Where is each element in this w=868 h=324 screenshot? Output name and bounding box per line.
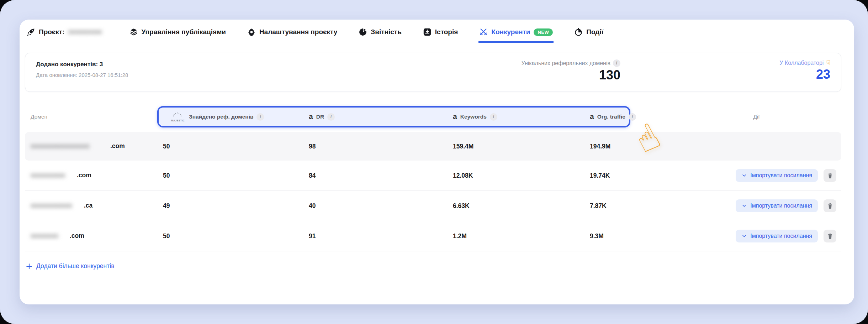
org-traffic-label: Org. traffic — [597, 114, 625, 120]
top-navigation: Проєкт: xxxxxxxxx Управління публікаціям… — [26, 26, 604, 42]
ref-domains-cell: 50 — [157, 232, 303, 240]
nav-competitors[interactable]: Конкуренти NEW — [478, 26, 554, 43]
import-links-label: Імпортувати посилання — [750, 172, 812, 179]
column-header-found-ref[interactable]: MAJESTIC Знайдено реф. доменів i — [157, 112, 303, 122]
actions-cell: Імпортувати посилання — [672, 230, 841, 242]
keywords-cell: 1.2M — [447, 232, 584, 240]
domain-cell: xxxxxxxxxxxxxxxxx.com — [25, 142, 157, 150]
domain-cell: xxxxxxxx.com — [25, 232, 157, 240]
nav-events[interactable]: Події — [573, 26, 604, 43]
import-links-button[interactable]: Імпортувати посилання — [736, 169, 818, 182]
import-links-button[interactable]: Імпортувати посилання — [736, 199, 818, 212]
domain-suffix: .com — [70, 232, 84, 239]
keywords-cell: 12.08K — [447, 172, 584, 179]
trash-icon — [827, 233, 833, 240]
column-header-org-traffic[interactable]: a Org. traffic i — [584, 113, 672, 121]
column-header-keywords[interactable]: a Keywords i — [447, 113, 584, 121]
chevron-down-icon — [741, 233, 747, 239]
project-domain-blurred: xxxxxxxxx — [68, 28, 108, 36]
new-badge: NEW — [534, 28, 553, 36]
found-ref-label: Знайдено реф. доменів — [189, 114, 253, 120]
info-icon[interactable]: i — [613, 59, 620, 67]
nav-history[interactable]: Історія — [422, 26, 459, 43]
nav-settings-label: Налаштування проєкту — [259, 28, 337, 36]
unique-ref-domains-stat: Унікальних реферальних доменів i 130 — [521, 59, 620, 82]
domain-blurred: xxxxxxxxxx — [31, 172, 76, 179]
majestic-logo-icon: MAJESTIC — [170, 112, 186, 122]
ahrefs-icon: a — [309, 113, 313, 120]
domain-blurred: xxxxxxxxxxxx — [31, 202, 83, 210]
nav-events-label: Події — [586, 28, 603, 36]
table-row[interactable]: xxxxxxxxxxxxxxxxx.com 50 98 159.4M 194.9… — [25, 132, 841, 161]
table-row[interactable]: xxxxxxxxxx.com 50 84 12.08K 19.74K Імпор… — [25, 161, 841, 191]
ref-domains-cell: 49 — [157, 202, 303, 210]
main-card: Проєкт: xxxxxxxxx Управління публікаціям… — [20, 20, 854, 304]
domain-suffix: .ca — [84, 202, 92, 209]
in-collaborator-value: 23 — [816, 68, 830, 81]
nav-settings[interactable]: Налаштування проєкту — [247, 26, 338, 43]
table-header: Домен MAJESTIC Знайдено реф. доменів i a… — [25, 106, 841, 127]
domain-cell: xxxxxxxxxxxx.ca — [25, 202, 157, 210]
ref-domains-cell: 50 — [157, 143, 303, 150]
table-body: xxxxxxxxxxxxxxxxx.com 50 98 159.4M 194.9… — [25, 132, 841, 251]
delete-button[interactable] — [824, 169, 836, 182]
import-links-label: Імпортувати посилання — [750, 233, 812, 239]
import-links-button[interactable]: Імпортувати посилання — [736, 230, 818, 242]
pointing-down-icon: ☟ — [826, 59, 830, 66]
info-icon[interactable]: i — [629, 113, 636, 121]
trash-icon — [827, 172, 833, 179]
org-traffic-cell: 19.74K — [584, 172, 672, 179]
nav-publications[interactable]: Управління публікаціями — [129, 26, 227, 43]
summary-panel: Додано конкурентів: 3 Дата оновлення: 20… — [25, 53, 841, 92]
nav-competitors-label: Конкуренти — [491, 28, 530, 36]
unique-ref-domains-label: Унікальних реферальних доменів — [521, 60, 610, 67]
stopwatch-icon — [574, 28, 583, 36]
nav-project-label: Проєкт: — [39, 28, 65, 36]
chevron-down-icon — [741, 173, 747, 178]
dr-cell: 40 — [303, 202, 447, 210]
summary-added-block: Додано конкурентів: 3 Дата оновлення: 20… — [36, 61, 128, 78]
keywords-cell: 6.63K — [447, 202, 584, 210]
delete-button[interactable] — [824, 199, 836, 212]
table-row[interactable]: xxxxxxxxxxxx.ca 49 40 6.63K 7.87K Імпорт… — [25, 191, 841, 221]
gear-icon — [247, 28, 256, 36]
add-more-competitors-label: Додати більше конкурентів — [36, 262, 114, 270]
nav-history-label: Історія — [435, 28, 458, 36]
layers-icon — [129, 28, 138, 36]
trash-icon — [827, 203, 833, 209]
column-header-domain[interactable]: Домен — [25, 114, 157, 120]
domain-blurred: xxxxxxxx — [31, 232, 69, 240]
in-collaborator-label: У Коллабораторі — [779, 60, 824, 66]
column-header-dr[interactable]: a DR i — [303, 113, 447, 121]
actions-cell: Імпортувати посилання — [672, 199, 841, 212]
info-icon[interactable]: i — [327, 113, 335, 121]
chevron-down-icon — [741, 203, 747, 209]
column-header-actions: Дії — [672, 114, 841, 120]
keywords-cell: 159.4M — [447, 143, 584, 150]
archive-download-icon — [423, 28, 432, 36]
ahrefs-icon: a — [453, 113, 457, 120]
dr-cell: 98 — [303, 143, 447, 150]
nav-publications-label: Управління публікаціями — [142, 28, 226, 36]
nav-reports[interactable]: Звітність — [358, 26, 402, 43]
dr-cell: 84 — [303, 172, 447, 179]
nav-reports-label: Звітність — [371, 28, 401, 36]
domain-cell: xxxxxxxxxx.com — [25, 172, 157, 179]
update-date: Дата оновлення: 2025-08-27 16:51:28 — [36, 72, 128, 78]
table-row[interactable]: xxxxxxxx.com 50 91 1.2M 9.3M Імпортувати… — [25, 221, 841, 251]
rocket-icon — [27, 28, 35, 36]
info-icon[interactable]: i — [256, 113, 264, 121]
delete-button[interactable] — [824, 230, 836, 242]
add-more-competitors-link[interactable]: Додати більше конкурентів — [26, 262, 114, 270]
nav-project[interactable]: Проєкт: xxxxxxxxx — [26, 26, 109, 43]
domain-suffix: .com — [77, 172, 91, 179]
ref-domains-cell: 50 — [157, 172, 303, 179]
dr-cell: 91 — [303, 232, 447, 240]
added-competitors-label: Додано конкурентів: — [36, 61, 98, 68]
info-icon[interactable]: i — [490, 113, 497, 121]
dr-label: DR — [316, 114, 324, 120]
org-traffic-cell: 7.87K — [584, 202, 672, 210]
plus-icon — [26, 263, 32, 270]
org-traffic-cell: 9.3M — [584, 232, 672, 240]
pie-chart-icon — [359, 28, 367, 36]
